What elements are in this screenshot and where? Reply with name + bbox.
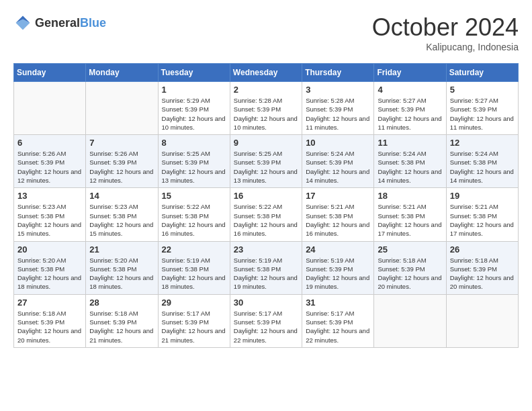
calendar-cell: 16Sunrise: 5:22 AM Sunset: 5:38 PM Dayli… <box>230 188 302 241</box>
calendar-cell <box>14 82 86 135</box>
day-number: 8 <box>162 138 226 148</box>
col-header-tuesday: Tuesday <box>158 64 230 82</box>
logo-blue: Blue <box>80 16 106 30</box>
calendar-cell: 11Sunrise: 5:24 AM Sunset: 5:38 PM Dayli… <box>374 135 446 188</box>
day-number: 22 <box>162 244 226 255</box>
day-number: 30 <box>234 298 298 308</box>
day-info: Sunrise: 5:19 AM Sunset: 5:38 PM Dayligh… <box>234 256 298 291</box>
day-number: 27 <box>17 298 82 308</box>
calendar-cell: 1Sunrise: 5:29 AM Sunset: 5:39 PM Daylig… <box>158 82 230 135</box>
calendar-cell: 9Sunrise: 5:25 AM Sunset: 5:39 PM Daylig… <box>230 135 302 188</box>
col-header-sunday: Sunday <box>14 64 86 82</box>
day-number: 31 <box>306 298 370 308</box>
day-number: 11 <box>378 138 442 148</box>
logo-icon <box>13 13 32 32</box>
col-header-thursday: Thursday <box>302 64 374 82</box>
calendar-cell: 3Sunrise: 5:28 AM Sunset: 5:39 PM Daylig… <box>302 82 374 135</box>
day-number: 29 <box>162 298 226 308</box>
day-info: Sunrise: 5:22 AM Sunset: 5:38 PM Dayligh… <box>234 202 298 238</box>
day-info: Sunrise: 5:21 AM Sunset: 5:38 PM Dayligh… <box>378 202 442 238</box>
calendar-cell: 29Sunrise: 5:17 AM Sunset: 5:39 PM Dayli… <box>158 294 230 347</box>
day-info: Sunrise: 5:18 AM Sunset: 5:39 PM Dayligh… <box>450 256 515 291</box>
day-number: 15 <box>162 191 226 201</box>
day-number: 2 <box>234 85 298 95</box>
calendar-cell: 23Sunrise: 5:19 AM Sunset: 5:38 PM Dayli… <box>230 241 302 294</box>
day-info: Sunrise: 5:26 AM Sunset: 5:39 PM Dayligh… <box>89 149 154 185</box>
day-number: 5 <box>450 85 515 95</box>
calendar-header-row: SundayMondayTuesdayWednesdayThursdayFrid… <box>14 64 519 82</box>
calendar-week-row: 20Sunrise: 5:20 AM Sunset: 5:38 PM Dayli… <box>14 241 519 294</box>
col-header-monday: Monday <box>86 64 158 82</box>
day-number: 26 <box>450 244 515 255</box>
day-number: 14 <box>89 191 154 201</box>
day-info: Sunrise: 5:17 AM Sunset: 5:39 PM Dayligh… <box>234 309 298 345</box>
day-info: Sunrise: 5:18 AM Sunset: 5:39 PM Dayligh… <box>17 309 82 345</box>
calendar-cell: 26Sunrise: 5:18 AM Sunset: 5:39 PM Dayli… <box>446 241 518 294</box>
day-number: 19 <box>450 191 515 201</box>
day-number: 7 <box>89 138 154 148</box>
logo-general: General <box>35 16 80 30</box>
calendar-cell: 15Sunrise: 5:22 AM Sunset: 5:38 PM Dayli… <box>158 188 230 241</box>
calendar-cell: 19Sunrise: 5:21 AM Sunset: 5:38 PM Dayli… <box>446 188 518 241</box>
calendar-cell: 25Sunrise: 5:18 AM Sunset: 5:39 PM Dayli… <box>374 241 446 294</box>
day-number: 23 <box>234 244 298 255</box>
day-info: Sunrise: 5:25 AM Sunset: 5:39 PM Dayligh… <box>234 149 298 185</box>
calendar-week-row: 6Sunrise: 5:26 AM Sunset: 5:39 PM Daylig… <box>14 135 519 188</box>
calendar-week-row: 27Sunrise: 5:18 AM Sunset: 5:39 PM Dayli… <box>14 294 519 347</box>
calendar-cell: 4Sunrise: 5:27 AM Sunset: 5:39 PM Daylig… <box>374 82 446 135</box>
calendar-cell: 24Sunrise: 5:19 AM Sunset: 5:39 PM Dayli… <box>302 241 374 294</box>
calendar-cell: 2Sunrise: 5:28 AM Sunset: 5:39 PM Daylig… <box>230 82 302 135</box>
day-info: Sunrise: 5:18 AM Sunset: 5:39 PM Dayligh… <box>89 309 154 345</box>
day-info: Sunrise: 5:23 AM Sunset: 5:38 PM Dayligh… <box>89 202 154 238</box>
day-number: 1 <box>162 85 226 95</box>
calendar-cell <box>446 294 518 347</box>
day-number: 21 <box>89 244 154 255</box>
day-number: 24 <box>306 244 370 255</box>
day-info: Sunrise: 5:19 AM Sunset: 5:39 PM Dayligh… <box>306 256 370 291</box>
page-header: GeneralBlue October 2024 Kalipucang, Ind… <box>13 13 519 52</box>
calendar-cell: 10Sunrise: 5:24 AM Sunset: 5:39 PM Dayli… <box>302 135 374 188</box>
day-info: Sunrise: 5:28 AM Sunset: 5:39 PM Dayligh… <box>306 96 370 132</box>
day-info: Sunrise: 5:18 AM Sunset: 5:39 PM Dayligh… <box>378 256 442 291</box>
day-number: 10 <box>306 138 370 148</box>
calendar-cell: 8Sunrise: 5:25 AM Sunset: 5:39 PM Daylig… <box>158 135 230 188</box>
day-number: 20 <box>17 244 82 255</box>
day-number: 3 <box>306 85 370 95</box>
calendar-cell <box>86 82 158 135</box>
calendar-cell: 27Sunrise: 5:18 AM Sunset: 5:39 PM Dayli… <box>14 294 86 347</box>
day-info: Sunrise: 5:24 AM Sunset: 5:38 PM Dayligh… <box>378 149 442 185</box>
calendar-cell <box>374 294 446 347</box>
day-info: Sunrise: 5:27 AM Sunset: 5:39 PM Dayligh… <box>378 96 442 132</box>
calendar-cell: 21Sunrise: 5:20 AM Sunset: 5:38 PM Dayli… <box>86 241 158 294</box>
calendar-cell: 17Sunrise: 5:21 AM Sunset: 5:38 PM Dayli… <box>302 188 374 241</box>
location: Kalipucang, Indonesia <box>372 42 519 52</box>
calendar-table: SundayMondayTuesdayWednesdayThursdayFrid… <box>13 63 519 348</box>
day-info: Sunrise: 5:17 AM Sunset: 5:39 PM Dayligh… <box>162 309 226 345</box>
logo: GeneralBlue <box>13 13 106 32</box>
day-info: Sunrise: 5:22 AM Sunset: 5:38 PM Dayligh… <box>162 202 226 238</box>
day-info: Sunrise: 5:20 AM Sunset: 5:38 PM Dayligh… <box>17 256 82 291</box>
day-info: Sunrise: 5:21 AM Sunset: 5:38 PM Dayligh… <box>450 202 515 238</box>
calendar-cell: 30Sunrise: 5:17 AM Sunset: 5:39 PM Dayli… <box>230 294 302 347</box>
calendar-week-row: 13Sunrise: 5:23 AM Sunset: 5:38 PM Dayli… <box>14 188 519 241</box>
day-info: Sunrise: 5:24 AM Sunset: 5:38 PM Dayligh… <box>450 149 515 185</box>
calendar-cell: 14Sunrise: 5:23 AM Sunset: 5:38 PM Dayli… <box>86 188 158 241</box>
day-info: Sunrise: 5:29 AM Sunset: 5:39 PM Dayligh… <box>162 96 226 132</box>
calendar-cell: 28Sunrise: 5:18 AM Sunset: 5:39 PM Dayli… <box>86 294 158 347</box>
day-number: 25 <box>378 244 442 255</box>
day-info: Sunrise: 5:26 AM Sunset: 5:39 PM Dayligh… <box>17 149 82 185</box>
col-header-wednesday: Wednesday <box>230 64 302 82</box>
day-number: 6 <box>17 138 82 148</box>
day-number: 4 <box>378 85 442 95</box>
day-info: Sunrise: 5:28 AM Sunset: 5:39 PM Dayligh… <box>234 96 298 132</box>
day-number: 16 <box>234 191 298 201</box>
day-number: 28 <box>89 298 154 308</box>
day-number: 18 <box>378 191 442 201</box>
calendar-cell: 6Sunrise: 5:26 AM Sunset: 5:39 PM Daylig… <box>14 135 86 188</box>
calendar-cell: 18Sunrise: 5:21 AM Sunset: 5:38 PM Dayli… <box>374 188 446 241</box>
day-info: Sunrise: 5:23 AM Sunset: 5:38 PM Dayligh… <box>17 202 82 238</box>
day-info: Sunrise: 5:20 AM Sunset: 5:38 PM Dayligh… <box>89 256 154 291</box>
day-info: Sunrise: 5:25 AM Sunset: 5:39 PM Dayligh… <box>162 149 226 185</box>
calendar-cell: 7Sunrise: 5:26 AM Sunset: 5:39 PM Daylig… <box>86 135 158 188</box>
day-info: Sunrise: 5:19 AM Sunset: 5:38 PM Dayligh… <box>162 256 226 291</box>
